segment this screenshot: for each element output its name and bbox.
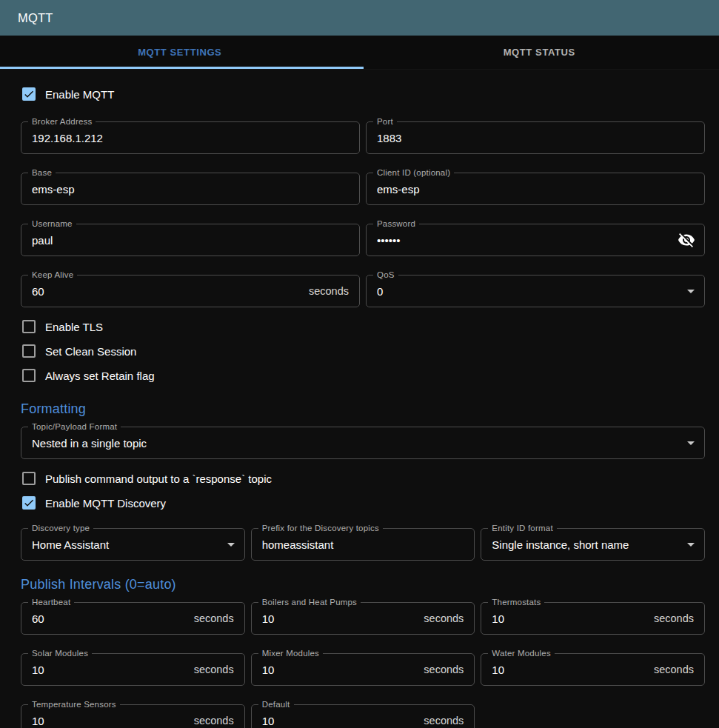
chevron-down-icon[interactable]: [682, 282, 700, 300]
default-interval-unit: seconds: [424, 715, 474, 727]
boilers-interval-field: Boilers and Heat Pumps seconds: [251, 602, 475, 635]
password-label: Password: [373, 219, 419, 229]
tab-bar: MQTT SETTINGS MQTT STATUS: [0, 36, 719, 70]
keep-alive-input[interactable]: [21, 275, 309, 307]
keep-alive-label: Keep Alive: [28, 270, 77, 280]
clean-session-checkbox[interactable]: Set Clean Session: [21, 341, 705, 361]
temperature-interval-unit: seconds: [194, 715, 244, 727]
discovery-prefix-label: Prefix for the Discovery topics: [258, 524, 383, 533]
client-id-input[interactable]: [367, 173, 704, 204]
thermostats-interval-input[interactable]: [481, 603, 654, 634]
checkbox-unchecked-icon: [22, 369, 36, 382]
chevron-down-icon[interactable]: [682, 535, 700, 553]
thermostats-interval-label: Thermostats: [488, 598, 544, 607]
topic-format-select[interactable]: Topic/Payload Format: [21, 427, 705, 459]
discovery-prefix-input[interactable]: [252, 529, 475, 560]
qos-value[interactable]: [367, 275, 682, 307]
username-input[interactable]: [21, 224, 359, 256]
water-interval-label: Water Modules: [488, 649, 555, 658]
chevron-down-icon[interactable]: [682, 434, 700, 452]
publish-response-label: Publish command output to a `response` t…: [45, 472, 272, 485]
enable-discovery-checkbox[interactable]: Enable MQTT Discovery: [21, 493, 705, 512]
mixer-interval-field: Mixer Modules seconds: [251, 653, 475, 686]
heartbeat-input[interactable]: [21, 603, 194, 634]
boilers-interval-input[interactable]: [252, 603, 424, 634]
mixer-interval-input[interactable]: [252, 654, 424, 685]
boilers-interval-label: Boilers and Heat Pumps: [258, 598, 361, 607]
active-tab-indicator: [0, 67, 364, 69]
publish-response-checkbox[interactable]: Publish command output to a `response` t…: [21, 469, 705, 488]
heartbeat-label: Heartbeat: [28, 598, 74, 607]
client-id-field: Client ID (optional): [366, 173, 705, 205]
enable-tls-label: Enable TLS: [45, 321, 103, 333]
retain-flag-label: Always set Retain flag: [45, 370, 155, 382]
tab-mqtt-status[interactable]: MQTT STATUS: [360, 36, 719, 69]
checkbox-unchecked-icon: [22, 344, 36, 358]
entity-format-select[interactable]: Entity ID format: [481, 528, 705, 561]
enable-mqtt-checkbox[interactable]: Enable MQTT: [21, 84, 705, 104]
tab-mqtt-settings[interactable]: MQTT SETTINGS: [0, 36, 360, 69]
username-field: Username: [21, 224, 360, 256]
checkbox-checked-icon: [22, 87, 36, 101]
temperature-interval-field: Temperature Sensors seconds: [21, 704, 245, 728]
page-title: MQTT: [18, 11, 53, 25]
qos-label: QoS: [373, 270, 398, 280]
publish-intervals-section-header: Publish Intervals (0=auto): [21, 575, 705, 593]
chevron-down-icon[interactable]: [222, 535, 240, 553]
checkbox-checked-icon: [22, 496, 36, 510]
port-label: Port: [373, 117, 397, 127]
password-input[interactable]: [367, 224, 678, 256]
clean-session-label: Set Clean Session: [45, 345, 136, 358]
solar-interval-label: Solar Modules: [28, 649, 92, 658]
discovery-type-value[interactable]: [21, 529, 222, 560]
qos-select[interactable]: QoS: [366, 275, 705, 307]
discovery-prefix-field: Prefix for the Discovery topics: [251, 528, 475, 561]
password-field: Password: [366, 224, 705, 256]
water-interval-field: Water Modules seconds: [481, 653, 705, 686]
topic-format-value[interactable]: [21, 427, 682, 458]
port-field: Port: [366, 121, 705, 154]
keep-alive-field: Keep Alive seconds: [21, 275, 360, 307]
enable-discovery-label: Enable MQTT Discovery: [45, 497, 166, 510]
base-input[interactable]: [21, 173, 359, 204]
solar-interval-field: Solar Modules seconds: [21, 653, 245, 686]
entity-format-label: Entity ID format: [488, 524, 556, 533]
heartbeat-field: Heartbeat seconds: [21, 602, 245, 635]
water-interval-unit: seconds: [654, 664, 704, 675]
checkbox-unchecked-icon: [22, 320, 36, 333]
entity-format-value[interactable]: [481, 529, 682, 560]
topic-format-label: Topic/Payload Format: [28, 422, 121, 432]
checkbox-unchecked-icon: [22, 472, 36, 485]
port-input[interactable]: [367, 122, 704, 153]
username-label: Username: [28, 219, 76, 229]
solar-interval-unit: seconds: [194, 664, 244, 675]
thermostats-interval-unit: seconds: [654, 612, 704, 624]
boilers-interval-unit: seconds: [424, 612, 474, 624]
default-interval-field: Default seconds: [251, 704, 475, 728]
enable-mqtt-label: Enable MQTT: [45, 88, 114, 101]
visibility-off-icon[interactable]: [678, 231, 695, 249]
discovery-type-select[interactable]: Discovery type: [21, 528, 245, 561]
water-interval-input[interactable]: [481, 654, 654, 685]
formatting-section-header: Formatting: [21, 400, 705, 418]
base-field: Base: [21, 173, 360, 205]
retain-flag-checkbox[interactable]: Always set Retain flag: [21, 366, 705, 385]
solar-interval-input[interactable]: [21, 654, 194, 685]
temperature-interval-label: Temperature Sensors: [28, 700, 120, 709]
thermostats-interval-field: Thermostats seconds: [481, 602, 705, 635]
mixer-interval-unit: seconds: [424, 664, 474, 675]
enable-tls-checkbox[interactable]: Enable TLS: [21, 317, 705, 336]
mqtt-settings-form: Enable MQTT Broker Address Port Base Cli…: [0, 70, 719, 728]
app-header: MQTT: [0, 0, 719, 36]
default-interval-label: Default: [258, 700, 294, 709]
mixer-interval-label: Mixer Modules: [258, 649, 323, 658]
broker-address-field: Broker Address: [21, 121, 360, 154]
client-id-label: Client ID (optional): [373, 168, 454, 178]
broker-address-label: Broker Address: [28, 117, 96, 127]
base-label: Base: [28, 168, 56, 178]
broker-address-input[interactable]: [21, 122, 359, 153]
heartbeat-unit: seconds: [194, 612, 244, 624]
discovery-type-label: Discovery type: [28, 524, 93, 533]
keep-alive-unit: seconds: [309, 285, 359, 297]
